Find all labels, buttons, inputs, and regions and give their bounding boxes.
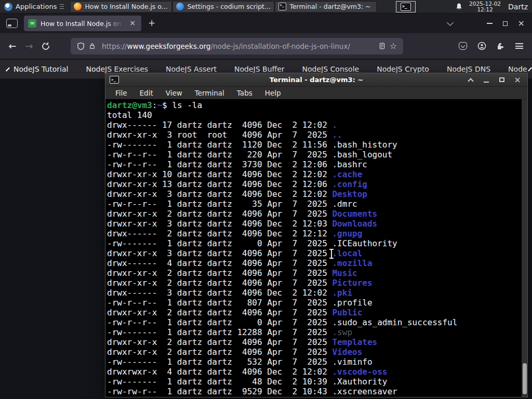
terminal-title: Terminal - dartz@vm3: ~	[105, 76, 527, 84]
bookmark-star-icon[interactable]: ☆	[388, 41, 399, 52]
terminal-menu-item[interactable]: Terminal	[190, 88, 229, 98]
toolbar-action-icons	[457, 41, 532, 52]
prompt-dollar: $	[162, 100, 172, 110]
forward-button[interactable]: →	[21, 38, 37, 55]
taskbar-button[interactable]: How to Install Node.js o...	[70, 1, 172, 12]
browser-tab-active[interactable]: ∞ How to Install Node.js on ×	[24, 16, 141, 31]
terminal-window: >_ Terminal - dartz@vm3: ~ × FileEditVie…	[105, 73, 528, 397]
terminal-line: drwxr-xr-x 10 dartz dartz 4096 Dec 2 12:…	[107, 169, 527, 179]
terminal-line: -rw------- 1 dartz dartz 12288 Apr 7 202…	[107, 327, 527, 337]
site-nav-link[interactable]: NodeJS Assert	[166, 65, 217, 73]
reload-icon	[41, 41, 51, 51]
terminal-menubar: FileEditViewTerminalTabsHelp	[105, 87, 527, 99]
terminal-menu-item[interactable]: Edit	[135, 88, 158, 98]
taskbar-button[interactable]: Terminal - dartz@vm3: ~	[275, 1, 377, 12]
site-nav-link[interactable]: Node	[508, 65, 527, 73]
terminal-line: -rw-rw-r-- 1 dartz dartz 9529 Dec 2 10:4…	[107, 387, 527, 396]
terminal-menu-item[interactable]: Help	[260, 88, 286, 98]
pocket-icon[interactable]	[457, 41, 469, 52]
terminal-line: -rw------- 1 dartz dartz 1120 Dec 2 11:5…	[107, 140, 527, 150]
window-maximize-button[interactable]	[503, 21, 508, 26]
lock-icon[interactable]	[86, 41, 98, 52]
top-panel: Applications How to Install Node.js o...…	[0, 0, 532, 14]
terminal-line: drwxr-xr-x 3 dartz dartz 4096 Dec 2 12:0…	[107, 219, 527, 229]
scrollbar-thumb[interactable]	[523, 363, 527, 394]
terminal-line: -rw-r--r-- 1 dartz dartz 0 Apr 7 2025 .s…	[107, 317, 527, 327]
terminal-line: -rw------- 1 dartz dartz 48 Dec 2 10:39 …	[107, 377, 527, 387]
terminal-line: -rw-r--r-- 1 dartz dartz 3730 Dec 2 12:0…	[107, 159, 527, 169]
terminal-menu-item[interactable]: View	[161, 88, 187, 98]
terminal-output: total 140drwx------ 17 dartz dartz 4096 …	[107, 110, 527, 396]
url-path: /node-js/installation-of-node-js-on-linu…	[210, 42, 350, 50]
window-close-button[interactable]: ×	[518, 21, 525, 26]
terminal-line: drwxr-xr-x 2 dartz dartz 4096 Apr 7 2025…	[107, 278, 527, 288]
applications-label: Applications	[16, 3, 57, 10]
new-tab-button[interactable]: +	[144, 16, 159, 31]
tab-close-icon[interactable]: ×	[128, 19, 137, 28]
window-minimize-button[interactable]	[487, 23, 493, 24]
tray-terminal-launcher[interactable]: >_	[396, 1, 416, 12]
list-all-tabs-icon[interactable]	[447, 19, 454, 26]
terminal-line: -rw------- 1 dartz dartz 0 Apr 7 2025 .I…	[107, 238, 527, 248]
site-nav-link[interactable]: NodeJS Crypto	[377, 65, 429, 73]
terminal-line: drwxr-xr-x 2 dartz dartz 4096 Apr 7 2025…	[107, 268, 527, 278]
vscodium-icon	[176, 3, 184, 10]
terminal-minimize-button[interactable]	[483, 76, 490, 84]
firefox-view-icon[interactable]	[6, 19, 18, 28]
menu-hamburger-icon[interactable]	[513, 41, 525, 52]
clock-date: 2025-12-02	[469, 1, 501, 7]
reload-button[interactable]	[37, 38, 54, 55]
tabbar-controls: ×	[448, 21, 532, 26]
url-domain: www.geeksforgeeks.org	[127, 42, 210, 50]
panel-clock[interactable]: 2025-12-02 12:12	[469, 1, 501, 12]
site-nav-link[interactable]: NodeJS Console	[302, 65, 360, 73]
site-nav-link[interactable]: NodeJS Tutorial	[14, 65, 68, 73]
taskbar-button[interactable]: Settings - codium script...	[172, 1, 274, 12]
terminal-line: drwxr-xr-x 3 root root 4096 Apr 7 2025 .…	[107, 130, 527, 140]
desktop: Applications How to Install Node.js o...…	[0, 0, 532, 399]
url-prefix: https://	[102, 42, 127, 50]
account-icon[interactable]	[476, 41, 487, 52]
terminal-titlebar[interactable]: >_ Terminal - dartz@vm3: ~ ×	[105, 73, 527, 87]
terminal-icon: >_	[401, 3, 411, 11]
terminal-line: total 140	[107, 110, 527, 120]
terminal-close-button[interactable]: ×	[514, 76, 521, 84]
terminal-line: drwxr-xr-x 3 dartz dartz 4096 Dec 2 12:0…	[107, 189, 527, 199]
user-menu[interactable]: Dartz	[507, 3, 528, 11]
terminal-menu-item[interactable]: Tabs	[232, 88, 257, 98]
clock-time: 12:12	[469, 7, 501, 12]
nav-scroll-right-icon[interactable]	[528, 67, 532, 71]
terminal-line: -rw-r--r-- 1 dartz dartz 807 Apr 7 2025 …	[107, 298, 527, 308]
terminal-menu-item[interactable]: File	[111, 88, 132, 98]
terminal-window-controls: ×	[467, 76, 527, 84]
terminal-line: drwx------ 3 dartz dartz 4096 Dec 2 12:0…	[107, 288, 527, 298]
nav-scroll-left-icon[interactable]	[6, 67, 10, 71]
terminal-prompt-line: dartz@vm3:~$ ls -la	[107, 100, 527, 110]
xubuntu-logo-icon	[4, 3, 12, 11]
applications-menu-button[interactable]: Applications	[0, 0, 68, 14]
site-nav-items: NodeJS TutorialNodeJS ExercisesNodeJS As…	[14, 65, 527, 73]
back-button[interactable]: ←	[4, 38, 21, 55]
address-bar[interactable]: https://www.geeksforgeeks.org/node-js/in…	[71, 38, 403, 55]
terminal-icon	[278, 3, 286, 10]
terminal-shade-button[interactable]	[467, 76, 474, 84]
terminal-line: drwxrwxr-x 4 dartz dartz 4096 Dec 2 12:0…	[107, 367, 527, 377]
terminal-line: drwxr-xr-x 13 dartz dartz 4096 Dec 2 12:…	[107, 179, 527, 189]
terminal-line: drwxr-xr-x 2 dartz dartz 4096 Apr 7 2025…	[107, 308, 527, 317]
menu-lines-icon	[60, 4, 64, 9]
tracking-shield-icon[interactable]	[75, 41, 86, 52]
terminal-scrollbar[interactable]	[522, 99, 527, 397]
site-nav-link[interactable]: NodeJS Buffer	[234, 65, 285, 73]
notification-bell-icon[interactable]	[455, 3, 463, 11]
terminal-maximize-button[interactable]	[498, 76, 506, 84]
site-nav-link[interactable]: NodeJS DNS	[447, 65, 490, 73]
reader-mode-icon[interactable]	[376, 41, 388, 52]
terminal-line: drwxr-xr-x 2 dartz dartz 4096 Apr 7 2025…	[107, 209, 527, 219]
prompt-command: ls -la	[172, 100, 202, 110]
mouse-ibeam-cursor	[331, 250, 332, 258]
extensions-puzzle-icon[interactable]	[495, 41, 506, 52]
site-nav-link[interactable]: NodeJS Exercises	[86, 65, 148, 73]
terminal-output-area[interactable]: dartz@vm3:~$ ls -la total 140drwx------ …	[105, 99, 527, 397]
url-text: https://www.geeksforgeeks.org/node-js/in…	[102, 42, 350, 50]
terminal-line: drwx------ 17 dartz dartz 4096 Dec 2 12:…	[107, 120, 527, 130]
